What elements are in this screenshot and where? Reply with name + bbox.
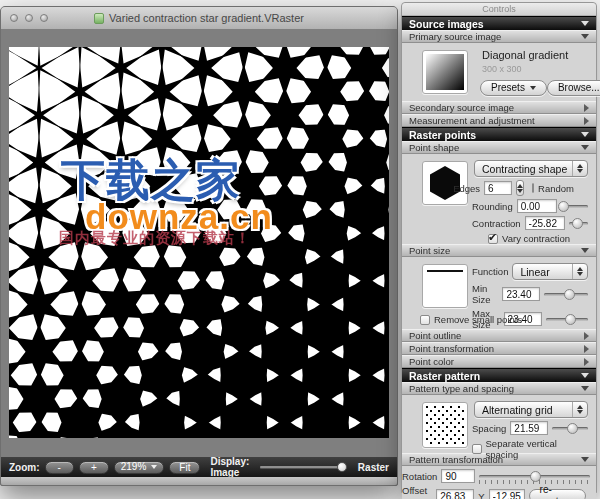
separate-vertical-checkbox[interactable] [472,444,482,454]
subsection-point-color[interactable]: Point color [402,355,596,368]
diagonal-gradient-preview [426,54,464,90]
min-size-slider[interactable] [544,288,588,300]
rounding-slider-thumb[interactable] [558,201,569,212]
document-statusbar: Zoom: - + 219% Fit Display: Image Raster [1,457,397,477]
controls-panel: Controls Source images Primary source im… [401,2,597,493]
chevron-right-icon [584,358,589,366]
max-size-slider[interactable] [546,313,588,325]
section-source-images[interactable]: Source images [402,16,596,30]
point-size-thumbnail [422,264,468,308]
vary-contraction-checkbox[interactable] [488,234,498,244]
min-size-label: Min Size [472,283,498,305]
zoom-in-button[interactable]: + [79,461,109,474]
fit-button[interactable]: Fit [169,461,200,474]
chevron-right-icon [584,345,589,353]
document-window: Varied contraction star gradient.VRaster… [0,6,398,486]
edges-field[interactable] [484,181,512,195]
subsection-primary-source[interactable]: Primary source image [402,30,596,43]
contraction-field[interactable] [525,216,565,230]
zoom-window-button[interactable] [40,14,48,22]
display-slider[interactable] [260,461,347,473]
subsection-point-shape-label: Point shape [409,142,459,153]
section-raster-pattern-label: Raster pattern [409,370,480,382]
desktop: Varied contraction star gradient.VRaster… [0,0,600,499]
zoom-level-dropdown[interactable]: 219% [114,461,165,474]
offset-x-field[interactable] [436,489,474,499]
offset-y-field[interactable] [489,489,525,499]
zoom-out-button[interactable]: - [45,461,74,474]
window-titlebar[interactable]: Varied contraction star gradient.VRaster [1,7,397,30]
chevron-right-icon [584,117,589,125]
chevron-down-icon [151,465,157,469]
point-shape-content: Contracting shape Edges Random Rounding [402,154,596,244]
edges-stepper[interactable] [516,180,524,196]
vary-contraction-label: Vary contraction [502,233,570,244]
chevron-down-icon [581,248,589,253]
raster-preview[interactable]: 下载之家 downza.cn 国内最专业的资源下载站！ [9,47,389,438]
subsection-point-size[interactable]: Point size [402,244,596,257]
source-image-thumbnail [422,50,468,94]
raster-canvas[interactable] [9,47,389,438]
max-size-slider-thumb[interactable] [565,314,576,325]
subsection-measurement[interactable]: Measurement and adjustment [402,114,596,127]
close-button[interactable] [10,14,18,22]
spacing-slider[interactable] [552,422,588,434]
spacing-label: Spacing [472,423,506,434]
subsection-point-transformation-label: Point transformation [409,343,494,354]
subsection-point-shape[interactable]: Point shape [402,141,596,154]
rotation-slider[interactable] [479,470,590,482]
minimize-button[interactable] [25,14,33,22]
chevron-right-icon [584,104,589,112]
edges-label: Edges [453,183,480,194]
subsection-primary-source-label: Primary source image [409,31,501,42]
function-label: Function [472,266,508,277]
min-size-slider-thumb[interactable] [564,289,575,300]
chevron-down-icon [581,132,589,137]
random-label: Random [538,183,574,194]
subsection-point-outline-label: Point outline [409,330,461,341]
section-raster-points[interactable]: Raster points [402,127,596,141]
source-image-size: 300 x 300 [482,64,522,74]
point-shape-select[interactable]: Contracting shape [474,160,588,177]
subsection-point-transformation[interactable]: Point transformation [402,342,596,355]
contraction-slider-thumb[interactable] [572,218,583,229]
recenter-button[interactable]: re-center [529,489,586,499]
presets-button-label: Presets [491,81,525,95]
pattern-type-content: Alternating grid Spacing Separate vertic… [402,395,596,453]
display-slider-thumb[interactable] [337,462,347,472]
rounding-label: Rounding [472,201,513,212]
subsection-secondary-source[interactable]: Secondary source image [402,101,596,114]
offset-y-label: Y [478,491,484,499]
section-raster-points-label: Raster points [409,129,476,141]
remove-small-points-label: Remove small points [434,314,522,325]
display-raster-label: Raster [358,462,389,473]
presets-button[interactable]: Presets [480,80,547,96]
updown-arrows-icon [572,402,587,417]
rotation-slider-thumb[interactable] [530,471,541,482]
zoom-level-value: 219% [121,461,147,473]
window-bottom-edge [1,477,397,485]
pattern-thumbnail [422,402,468,448]
random-checkbox[interactable] [532,183,534,193]
point-shape-value: Contracting shape [482,163,567,175]
rounding-slider[interactable] [561,200,588,212]
subsection-point-outline[interactable]: Point outline [402,329,596,342]
chevron-down-icon [581,386,589,391]
spacing-slider-thumb[interactable] [567,423,578,434]
panel-title[interactable]: Controls [402,3,596,16]
min-size-field[interactable] [502,287,540,301]
spacing-field[interactable] [510,421,548,435]
traffic-lights [10,14,48,22]
pattern-type-select[interactable]: Alternating grid [474,401,588,418]
browse-button[interactable]: Browse... [547,80,600,96]
subsection-pattern-type[interactable]: Pattern type and spacing [402,382,596,395]
section-raster-pattern[interactable]: Raster pattern [402,368,596,382]
rotation-field[interactable] [441,469,475,483]
display-slider-track[interactable] [260,466,347,468]
pattern-transformation-content: Rotation Offset X Y re-center [402,469,596,499]
contraction-slider[interactable] [569,217,588,229]
rounding-field[interactable] [517,199,557,213]
function-select[interactable]: Linear [512,263,588,280]
remove-small-points-checkbox[interactable] [420,315,430,325]
canvas-area: 下载之家 downza.cn 国内最专业的资源下载站！ [1,29,397,457]
